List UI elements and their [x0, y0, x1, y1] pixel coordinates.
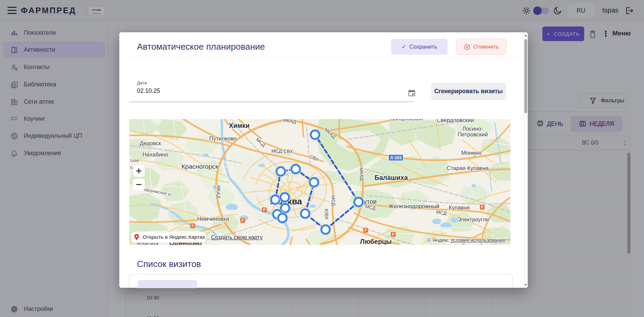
- svg-text:МКАД: МКАД: [216, 185, 221, 199]
- svg-text:МСД: МСД: [330, 195, 336, 206]
- svg-text:Р: Р: [241, 218, 244, 222]
- svg-text:Старая Купавна: Старая Купавна: [447, 165, 489, 171]
- svg-text:Химки: Химки: [229, 122, 249, 129]
- svg-text:Открыть в Яндекс.Картах: Открыть в Яндекс.Картах: [143, 234, 205, 240]
- svg-text:Р: Р: [263, 208, 265, 212]
- svg-text:Монино: Монино: [461, 150, 482, 156]
- svg-text:ЮВХ: ЮВХ: [324, 208, 330, 220]
- svg-text:Балашиха: Балашиха: [375, 174, 408, 181]
- svg-text:Загорянский: Загорянский: [391, 119, 423, 121]
- svg-text:Петровский: Петровский: [458, 131, 488, 137]
- svg-text:Красногорск: Красногорск: [181, 163, 219, 170]
- svg-text:СВХ: СВХ: [283, 149, 293, 154]
- svg-text:МСД: МСД: [272, 148, 282, 154]
- svg-text:Лосино-: Лосино-: [462, 126, 483, 132]
- svg-text:ская: ская: [130, 158, 139, 163]
- svg-text:Р: Р: [364, 228, 367, 232]
- svg-text:Создать свою карту: Создать свою карту: [211, 234, 263, 240]
- svg-text:Свердловский: Свердловский: [437, 119, 474, 123]
- svg-text:Р: Р: [481, 205, 483, 209]
- svg-text:© Яндекс Условия использования: © Яндекс Условия использования: [428, 237, 505, 243]
- svg-text:А-103: А-103: [390, 155, 402, 160]
- svg-text:Люберцы: Люберцы: [360, 238, 392, 245]
- svg-text:Р: Р: [392, 232, 394, 236]
- svg-text:Нахабино: Нахабино: [142, 151, 168, 157]
- svg-text:Путилково: Путилково: [209, 135, 237, 141]
- svg-text:Купавна: Купавна: [449, 205, 469, 211]
- svg-text:Немчиновка: Немчиновка: [197, 216, 229, 222]
- svg-text:Р: Р: [191, 224, 194, 228]
- svg-text:МКАД: МКАД: [359, 167, 365, 181]
- svg-text:Дедовск: Дедовск: [140, 140, 161, 146]
- svg-text:Железнодорожный: Железнодорожный: [388, 203, 439, 210]
- svg-text:Электроугли: Электроугли: [457, 217, 489, 222]
